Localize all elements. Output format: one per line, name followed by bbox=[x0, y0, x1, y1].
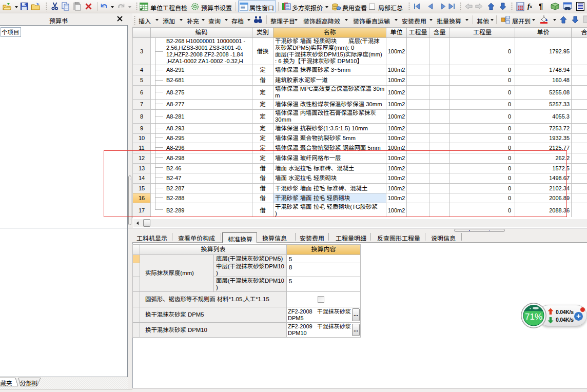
svg-text:71%: 71% bbox=[525, 312, 542, 322]
